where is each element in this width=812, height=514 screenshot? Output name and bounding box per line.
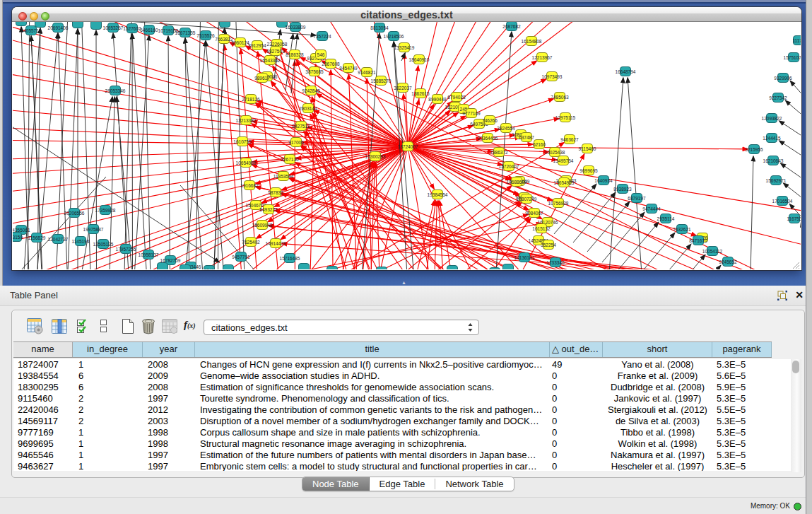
svg-text:2935114: 2935114	[657, 216, 675, 221]
svg-text:16033809: 16033809	[286, 25, 306, 30]
svg-text:7632621: 7632621	[673, 227, 691, 232]
svg-text:18807249: 18807249	[517, 197, 537, 201]
svg-text:9245652: 9245652	[719, 259, 737, 264]
svg-text:9329906: 9329906	[774, 76, 792, 81]
svg-text:9777169: 9777169	[462, 111, 481, 116]
svg-text:7663822: 7663822	[215, 37, 233, 42]
svg-text:19384554: 19384554	[428, 192, 448, 197]
svg-text:4355061: 4355061	[13, 228, 30, 233]
svg-text:8454749: 8454749	[339, 66, 358, 71]
svg-text:1916682: 1916682	[240, 183, 259, 188]
svg-text:8938923: 8938923	[613, 187, 632, 192]
svg-text:3824554: 3824554	[497, 126, 515, 131]
svg-text:1610755: 1610755	[233, 139, 252, 144]
svg-text:3215955: 3215955	[745, 147, 763, 152]
svg-text:15885270: 15885270	[371, 78, 392, 83]
svg-text:637487: 637487	[519, 135, 534, 140]
svg-text:9227342: 9227342	[769, 95, 787, 100]
svg-text:1640934: 1640934	[594, 178, 613, 183]
svg-text:1527602: 1527602	[123, 26, 141, 31]
svg-text:8813054: 8813054	[370, 25, 389, 30]
svg-text:16648794: 16648794	[616, 69, 636, 74]
svg-text:8912954: 8912954	[248, 43, 266, 48]
svg-text:8186328: 8186328	[286, 52, 304, 57]
svg-text:16671355: 16671355	[175, 30, 196, 35]
svg-text:9146821: 9146821	[358, 70, 376, 75]
svg-text:1615132: 1615132	[532, 226, 551, 231]
svg-text:10653267: 10653267	[103, 25, 124, 30]
svg-text:6466160: 6466160	[140, 28, 158, 33]
svg-text:12213967: 12213967	[532, 55, 553, 60]
svg-text:2803144: 2803144	[299, 106, 317, 111]
svg-text:10654985: 10654985	[236, 160, 257, 165]
svg-text:8960124: 8960124	[231, 40, 249, 45]
svg-text:20364436: 20364436	[478, 136, 498, 141]
svg-text:10054112: 10054112	[702, 249, 723, 254]
svg-text:11353594: 11353594	[273, 174, 294, 179]
svg-text:17359928: 17359928	[95, 208, 116, 213]
svg-text:16210643: 16210643	[763, 158, 784, 163]
svg-text:17957255: 17957255	[116, 247, 136, 252]
svg-text:9699695: 9699695	[579, 168, 598, 173]
svg-text:12213382: 12213382	[236, 118, 257, 123]
svg-text:62160: 62160	[533, 142, 546, 147]
svg-text:13495754: 13495754	[553, 158, 574, 163]
svg-text:12975115: 12975115	[555, 115, 576, 120]
svg-text:989617: 989617	[254, 76, 270, 81]
svg-text:6794028: 6794028	[447, 95, 466, 100]
svg-text:15720407: 15720407	[499, 164, 519, 169]
svg-text:7357224: 7357224	[313, 34, 331, 39]
svg-text:9463627: 9463627	[560, 137, 579, 142]
svg-text:2687682: 2687682	[502, 24, 521, 29]
svg-text:14914479: 14914479	[266, 241, 286, 246]
svg-text:10973493: 10973493	[542, 74, 563, 79]
svg-text:16782759: 16782759	[160, 258, 181, 263]
svg-text:14055712: 14055712	[21, 28, 42, 33]
svg-text:9115460: 9115460	[579, 146, 596, 151]
svg-text:1145194: 1145194	[72, 239, 90, 244]
svg-text:16543362: 16543362	[260, 58, 281, 63]
svg-text:7886372: 7886372	[490, 150, 508, 155]
svg-text:9457791: 9457791	[232, 255, 250, 259]
svg-text:917006: 917006	[288, 140, 304, 145]
svg-text:10688609: 10688609	[507, 180, 527, 185]
svg-text:7485063: 7485063	[551, 95, 569, 100]
svg-text:10958137: 10958137	[139, 252, 159, 257]
svg-text:18724007: 18724007	[398, 144, 418, 149]
svg-text:3267130: 3267130	[281, 157, 299, 162]
svg-text:9084067: 9084067	[525, 211, 543, 216]
svg-text:546: 546	[317, 52, 325, 57]
svg-text:6879197: 6879197	[628, 196, 646, 201]
svg-text:12505135: 12505135	[93, 242, 114, 247]
svg-text:746266: 746266	[482, 118, 498, 123]
svg-text:15692971: 15692971	[766, 178, 787, 183]
svg-text:9245: 9245	[204, 268, 215, 270]
svg-text:14136141: 14136141	[514, 255, 535, 260]
svg-text:116753: 116753	[787, 216, 801, 221]
svg-text:18640910: 18640910	[409, 57, 430, 62]
svg-text:29053346: 29053346	[105, 88, 126, 93]
svg-text:93159: 93159	[13, 235, 23, 240]
svg-text:11174: 11174	[792, 38, 801, 43]
svg-text:8471670: 8471670	[689, 238, 707, 243]
svg-text:2367608: 2367608	[322, 62, 340, 66]
svg-text:19975887: 19975887	[83, 227, 104, 232]
svg-text:9474444: 9474444	[642, 206, 661, 211]
svg-text:1362615: 1362615	[411, 91, 430, 96]
svg-text:587832: 587832	[268, 190, 283, 195]
svg-text:10756928: 10756928	[548, 201, 569, 206]
svg-text:3822037: 3822037	[394, 86, 412, 90]
svg-text:1156829: 1156829	[28, 235, 46, 240]
svg-text:2718126: 2718126	[242, 97, 260, 102]
svg-text:15751074: 15751074	[784, 55, 801, 60]
svg-text:19654923: 19654923	[554, 180, 575, 185]
svg-text:19218506: 19218506	[384, 34, 404, 39]
svg-text:17016504: 17016504	[772, 199, 793, 204]
svg-text:8493222: 8493222	[259, 207, 278, 212]
svg-text:15300293: 15300293	[365, 154, 386, 159]
svg-text:12042737: 12042737	[48, 237, 69, 242]
svg-text:15716485: 15716485	[280, 256, 300, 261]
svg-text:23226058: 23226058	[267, 42, 288, 47]
svg-text:9242848: 9242848	[302, 88, 320, 93]
svg-text:10025438: 10025438	[545, 150, 565, 155]
